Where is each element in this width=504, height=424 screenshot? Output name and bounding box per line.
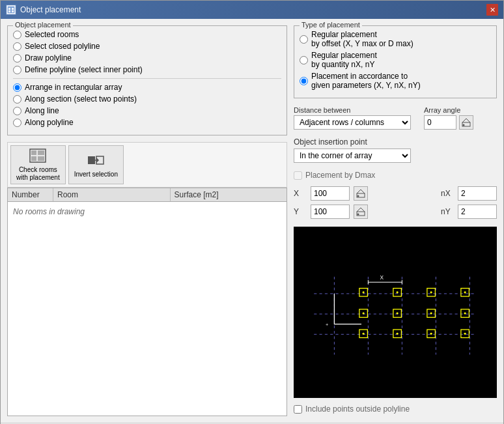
svg-line-22 bbox=[361, 208, 365, 212]
invert-selection-label: Invert selection bbox=[74, 171, 118, 178]
y-label: Y bbox=[294, 207, 307, 216]
distance-left: Distance between Adjacent rows / columns… bbox=[294, 106, 411, 130]
radio-along-polyline[interactable]: Along polyline bbox=[13, 118, 281, 127]
left-panel: Object placement Selected rooms Select c… bbox=[7, 25, 287, 416]
include-points-label: Include points outside polyline bbox=[305, 404, 410, 414]
distance-dropdown[interactable]: Adjacent rows / columns Centers Edges bbox=[294, 115, 411, 130]
svg-rect-9 bbox=[38, 156, 44, 161]
svg-rect-8 bbox=[31, 156, 36, 161]
col-room: Room bbox=[53, 188, 171, 201]
radio-select-closed-polyline[interactable]: Select closed polyline bbox=[13, 42, 281, 51]
radio-rectangular-array-label[interactable]: Arrange in rectangular array bbox=[25, 83, 122, 92]
radio-regular-offset-input[interactable] bbox=[300, 35, 308, 44]
radio-rectangular-array[interactable]: Arrange in rectangular array bbox=[13, 83, 281, 92]
insertion-dropdown[interactable]: In the corner of array Center of array C… bbox=[294, 148, 411, 163]
svg-point-50 bbox=[363, 291, 365, 293]
svg-point-60 bbox=[430, 333, 432, 335]
radio-draw-polyline-label[interactable]: Draw polyline bbox=[25, 53, 72, 63]
include-points-row[interactable]: Include points outside polyline bbox=[294, 404, 497, 414]
radio-selected-rooms-label[interactable]: Selected rooms bbox=[25, 30, 79, 39]
separator-1 bbox=[13, 78, 281, 79]
radio-along-polyline-input[interactable] bbox=[13, 119, 21, 127]
radio-draw-polyline-input[interactable] bbox=[13, 54, 21, 63]
toolbar: Check roomswith placement Invert selecti… bbox=[7, 142, 287, 188]
table-header: Number Room Surface [m2] bbox=[8, 188, 287, 202]
radio-regular-quantity-input[interactable] bbox=[300, 56, 308, 64]
include-points-checkbox[interactable] bbox=[294, 405, 302, 414]
invert-selection-button[interactable]: Invert selection bbox=[68, 145, 124, 184]
radio-selected-rooms[interactable]: Selected rooms bbox=[13, 30, 281, 39]
radio-placement-params-input[interactable] bbox=[300, 77, 308, 85]
check-rooms-label: Check roomswith placement bbox=[16, 166, 60, 182]
placement-dmax-checkbox[interactable] bbox=[294, 171, 302, 180]
svg-point-57 bbox=[464, 313, 466, 315]
y-pick-button[interactable] bbox=[354, 205, 368, 219]
svg-point-56 bbox=[430, 313, 432, 315]
x-input[interactable] bbox=[311, 186, 350, 201]
svg-line-18 bbox=[361, 190, 365, 193]
distance-row: Distance between Adjacent rows / columns… bbox=[294, 106, 497, 130]
radio-regular-quantity-label[interactable]: Regular placementby quantity nX, nY bbox=[311, 51, 377, 69]
svg-point-19 bbox=[357, 195, 359, 197]
radio-closed-polyline-input[interactable] bbox=[13, 42, 21, 51]
radio-regular-offset[interactable]: Regular placementby offset (X, Y max or … bbox=[300, 30, 491, 48]
radio-along-line[interactable]: Along line bbox=[13, 106, 281, 115]
check-rooms-button[interactable]: Check roomswith placement bbox=[10, 145, 66, 184]
dialog-icon bbox=[6, 5, 16, 15]
radio-along-section-input[interactable] bbox=[13, 95, 21, 104]
xy-fields: X nX Y bbox=[294, 186, 497, 223]
close-button[interactable]: ✕ bbox=[486, 4, 498, 16]
nx-input[interactable] bbox=[458, 186, 497, 201]
svg-rect-7 bbox=[38, 150, 44, 155]
svg-point-52 bbox=[430, 291, 432, 293]
radio-draw-polyline[interactable]: Draw polyline bbox=[13, 53, 281, 63]
x-label: X bbox=[294, 189, 307, 198]
col-surface: Surface [m2] bbox=[171, 188, 287, 201]
type-group-title: Type of placement bbox=[300, 21, 362, 29]
radio-along-line-label[interactable]: Along line bbox=[25, 106, 59, 115]
distance-label: Distance between bbox=[294, 106, 411, 114]
title-bar-left: Object placement bbox=[6, 5, 81, 15]
svg-rect-0 bbox=[7, 6, 15, 14]
radio-closed-polyline-label[interactable]: Select closed polyline bbox=[25, 42, 100, 51]
y-input[interactable] bbox=[311, 205, 350, 219]
svg-point-15 bbox=[463, 124, 465, 126]
angle-input[interactable] bbox=[424, 115, 456, 130]
insertion-label: Object insertion point bbox=[294, 137, 497, 147]
radio-placement-params[interactable]: Placement in accordance togiven paramete… bbox=[300, 72, 491, 90]
radio-along-section-label[interactable]: Along section (select two points) bbox=[25, 94, 137, 104]
svg-point-55 bbox=[397, 313, 399, 315]
dialog-body: Object placement Selected rooms Select c… bbox=[1, 19, 503, 423]
type-of-placement-group: Type of placement Regular placementby of… bbox=[294, 25, 497, 98]
insertion-section: Object insertion point In the corner of … bbox=[294, 137, 497, 163]
radio-selected-rooms-input[interactable] bbox=[13, 31, 21, 39]
svg-text:X: X bbox=[380, 274, 384, 281]
svg-rect-24 bbox=[294, 257, 497, 369]
radio-along-polyline-label[interactable]: Along polyline bbox=[25, 118, 74, 127]
nx-label: nX bbox=[441, 189, 454, 198]
svg-text:+: + bbox=[326, 322, 328, 328]
rooms-table[interactable]: Number Room Surface [m2] No rooms in dra… bbox=[7, 188, 287, 416]
radio-define-polyline-input[interactable] bbox=[13, 66, 21, 74]
radio-along-section[interactable]: Along section (select two points) bbox=[13, 94, 281, 104]
svg-rect-6 bbox=[31, 150, 36, 155]
svg-point-58 bbox=[363, 333, 365, 335]
placement-dmax-row[interactable]: Placement by Dmax bbox=[294, 171, 497, 180]
radio-placement-params-label[interactable]: Placement in accordance togiven paramete… bbox=[311, 72, 421, 90]
radio-regular-quantity[interactable]: Regular placementby quantity nX, nY bbox=[300, 51, 491, 69]
angle-pick-button[interactable] bbox=[459, 115, 473, 130]
x-pick-button[interactable] bbox=[354, 186, 368, 201]
invert-icon bbox=[87, 152, 105, 169]
x-field-row: X nX bbox=[294, 186, 497, 201]
radio-rectangular-array-input[interactable] bbox=[13, 83, 21, 92]
y-field-row: Y nY bbox=[294, 205, 497, 219]
object-placement-group: Object placement Selected rooms Select c… bbox=[7, 25, 287, 135]
ny-input[interactable] bbox=[458, 205, 497, 219]
check-rooms-icon bbox=[29, 148, 47, 165]
radio-along-line-input[interactable] bbox=[13, 107, 21, 115]
radio-define-polyline-label[interactable]: Define polyline (select inner point) bbox=[25, 65, 143, 74]
include-row: Include points outside polyline bbox=[294, 404, 497, 416]
svg-rect-2 bbox=[12, 8, 14, 10]
radio-regular-offset-label[interactable]: Regular placementby offset (X, Y max or … bbox=[311, 30, 413, 48]
radio-define-polyline[interactable]: Define polyline (select inner point) bbox=[13, 65, 281, 74]
